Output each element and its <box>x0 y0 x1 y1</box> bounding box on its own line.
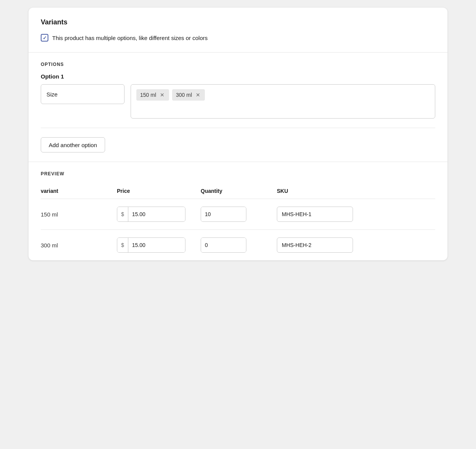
options-heading: OPTIONS <box>41 62 435 67</box>
add-another-option-button[interactable]: Add another option <box>41 137 105 152</box>
price-cell-150ml: $ <box>117 199 201 230</box>
option1-name-input[interactable] <box>41 84 125 104</box>
tags-input-container[interactable]: 150 ml ✕ 300 ml ✕ <box>131 84 435 119</box>
variant-name-300ml: 300 ml <box>41 230 117 261</box>
price-prefix-150ml: $ <box>117 207 128 221</box>
variants-card: Variants ✓ This product has multiple opt… <box>29 8 447 260</box>
variants-checkbox-row: ✓ This product has multiple options, lik… <box>41 34 435 42</box>
tag-300ml-label: 300 ml <box>176 92 192 98</box>
qty-input-300ml[interactable] <box>201 238 246 252</box>
checkmark-icon: ✓ <box>43 35 47 40</box>
qty-input-wrapper-150ml: ▲ ▼ <box>201 207 246 222</box>
price-input-wrapper-300ml: $ <box>117 237 185 253</box>
table-row: 150 ml $ ▲ ▼ <box>41 199 435 230</box>
options-section: OPTIONS Option 1 150 ml ✕ 300 ml ✕ Add a… <box>29 53 447 162</box>
variants-title: Variants <box>41 18 435 26</box>
sku-cell-150ml <box>277 199 435 230</box>
tag-300ml: 300 ml ✕ <box>172 89 205 101</box>
col-header-variant: variant <box>41 184 117 199</box>
preview-table: variant Price Quantity SKU 150 ml $ <box>41 184 435 260</box>
tag-150ml-label: 150 ml <box>140 92 156 98</box>
quantity-cell-150ml: ▲ ▼ <box>201 199 277 230</box>
tag-300ml-remove[interactable]: ✕ <box>195 92 201 98</box>
tag-150ml-remove[interactable]: ✕ <box>159 92 165 98</box>
price-input-300ml[interactable] <box>128 238 185 252</box>
sku-cell-300ml <box>277 230 435 261</box>
preview-section: PREVIEW variant Price Quantity SKU 150 m… <box>29 162 447 260</box>
option1-row: 150 ml ✕ 300 ml ✕ <box>41 84 435 119</box>
options-divider <box>41 128 435 128</box>
price-cell-300ml: $ <box>117 230 201 261</box>
tag-150ml: 150 ml ✕ <box>136 89 169 101</box>
sku-input-150ml[interactable] <box>277 207 353 222</box>
table-row: 300 ml $ ▲ ▼ <box>41 230 435 261</box>
multiple-options-label: This product has multiple options, like … <box>52 35 208 41</box>
option1-label: Option 1 <box>41 73 435 80</box>
price-input-150ml[interactable] <box>128 207 185 221</box>
col-header-quantity: Quantity <box>201 184 277 199</box>
multiple-options-checkbox[interactable]: ✓ <box>41 34 48 42</box>
qty-input-150ml[interactable] <box>201 207 246 221</box>
price-prefix-300ml: $ <box>117 238 128 252</box>
col-header-price: Price <box>117 184 201 199</box>
sku-input-300ml[interactable] <box>277 237 353 253</box>
price-input-wrapper-150ml: $ <box>117 207 185 222</box>
variants-section: Variants ✓ This product has multiple opt… <box>29 8 447 53</box>
qty-input-wrapper-300ml: ▲ ▼ <box>201 237 246 253</box>
col-header-sku: SKU <box>277 184 435 199</box>
variant-name-150ml: 150 ml <box>41 199 117 230</box>
quantity-cell-300ml: ▲ ▼ <box>201 230 277 261</box>
preview-heading: PREVIEW <box>41 171 435 176</box>
table-header-row: variant Price Quantity SKU <box>41 184 435 199</box>
